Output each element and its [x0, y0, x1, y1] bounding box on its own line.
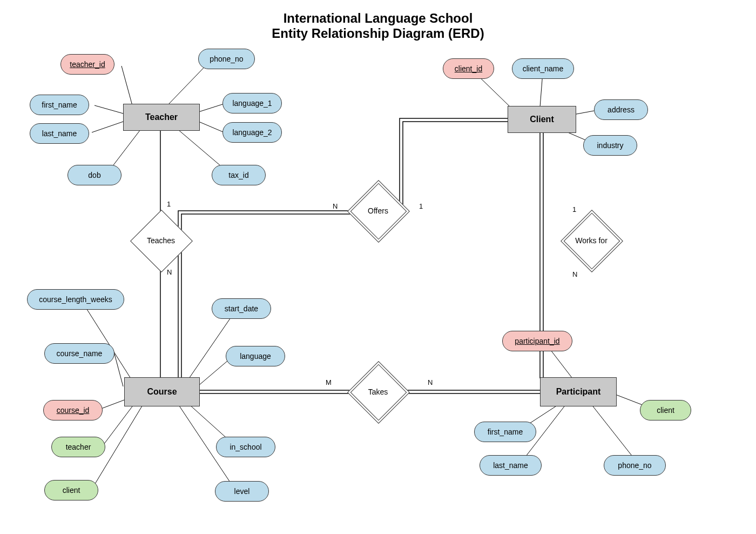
attr-teacher-last-name: last_name [30, 123, 89, 144]
cardinality-worksfor-top: 1 [572, 205, 576, 213]
relationship-works-for: Works for [570, 219, 613, 262]
attr-teacher-id: teacher_id [60, 54, 114, 75]
attr-client-id: client_id [443, 58, 494, 79]
connector-lines [0, 0, 756, 534]
entity-teacher: Teacher [123, 104, 200, 131]
entity-client: Client [508, 106, 576, 133]
attr-course-in-school: in_school [216, 437, 275, 457]
cardinality-teaches-bottom: N [167, 268, 172, 276]
attr-course-name: course_name [44, 343, 114, 364]
cardinality-teaches-top: 1 [167, 200, 171, 208]
cardinality-worksfor-bot: N [572, 270, 577, 278]
cardinality-offers-right: 1 [419, 202, 423, 210]
attr-participant-client: client [640, 400, 691, 420]
attr-course-length-weeks: course_length_weeks [27, 289, 124, 310]
diagram-title-line1: International Language School [0, 11, 756, 26]
relationship-takes: Takes [356, 370, 400, 413]
attr-course-id: course_id [43, 400, 103, 420]
relationship-teaches: Teaches [139, 219, 183, 262]
attr-participant-id: participant_id [502, 331, 572, 351]
attr-course-client: client [44, 480, 98, 500]
cardinality-takes-left: M [326, 378, 332, 386]
erd-canvas: International Language School Entity Rel… [0, 0, 756, 534]
attr-participant-first-name: first_name [474, 422, 536, 442]
attr-client-address: address [594, 99, 648, 120]
relationship-offers: Offers [356, 189, 400, 232]
attr-teacher-language-2: language_2 [222, 122, 282, 143]
cardinality-offers-left: N [333, 202, 338, 210]
attr-client-name: client_name [512, 58, 574, 79]
attr-teacher-tax-id: tax_id [212, 165, 266, 185]
attr-teacher-first-name: first_name [30, 95, 89, 115]
attr-course-start-date: start_date [212, 298, 271, 319]
attr-course-level: level [215, 481, 269, 502]
attr-course-language: language [226, 346, 285, 366]
attr-client-industry: industry [583, 135, 637, 156]
attr-teacher-phone-no: phone_no [198, 49, 255, 69]
entity-course: Course [124, 377, 200, 406]
diagram-title-line2: Entity Relationship Diagram (ERD) [0, 26, 756, 41]
attr-course-teacher: teacher [51, 437, 105, 457]
attr-participant-last-name: last_name [480, 455, 542, 476]
attr-participant-phone-no: phone_no [604, 455, 666, 476]
cardinality-takes-right: N [428, 378, 433, 386]
attr-teacher-dob: dob [68, 165, 122, 185]
attr-teacher-language-1: language_1 [222, 93, 282, 114]
entity-participant: Participant [540, 377, 617, 406]
